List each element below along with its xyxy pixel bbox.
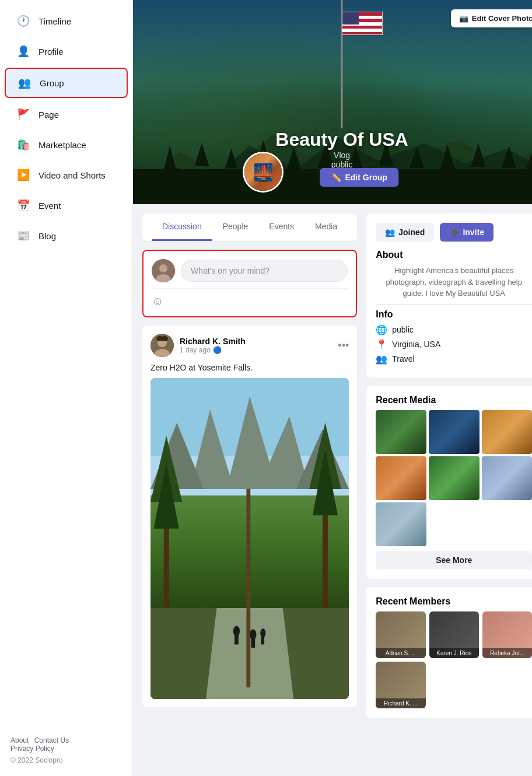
privacy-link[interactable]: Privacy Policy xyxy=(10,744,54,753)
edit-icon: ✏️ xyxy=(331,173,341,182)
svg-marker-3 xyxy=(164,146,176,169)
group-icon: 👥 xyxy=(16,75,33,91)
see-more-button[interactable]: See More xyxy=(376,551,532,569)
see-more-label: See More xyxy=(436,555,472,565)
about-link[interactable]: About xyxy=(10,736,29,744)
right-column: 👥 Joined ➕ Invite About Highlight Americ… xyxy=(366,214,532,718)
info-location-text: Virginia, USA xyxy=(392,340,440,349)
member-thumb-richard[interactable]: Richard K. ... xyxy=(376,662,425,708)
svg-marker-15 xyxy=(526,147,532,169)
svg-point-17 xyxy=(159,264,167,272)
media-thumb-6[interactable] xyxy=(482,456,532,500)
edit-group-label: Edit Group xyxy=(345,173,387,182)
sidebar-item-label: Page xyxy=(38,110,59,120)
recent-members-card: Recent Members Adrian S. ... Karen J. Ri… xyxy=(366,587,532,718)
edit-cover-photo-button[interactable]: 📷 Edit Cover Photo xyxy=(451,9,532,27)
post-box-header: What's on your mind? xyxy=(152,259,348,282)
media-thumb-5[interactable] xyxy=(429,456,480,500)
sidebar-item-label: Event xyxy=(38,201,61,211)
media-thumb-2[interactable] xyxy=(429,410,480,454)
current-user-avatar xyxy=(152,259,175,282)
media-thumb-1[interactable] xyxy=(376,410,426,454)
info-section: Info 🌐 public 📍 Virginia, USA 👥 Travel xyxy=(376,309,532,365)
sidebar-item-group[interactable]: 👥 Group xyxy=(5,68,128,98)
info-travel-text: Travel xyxy=(392,354,414,363)
svg-rect-35 xyxy=(246,489,250,687)
recent-members-title: Recent Members xyxy=(376,596,532,607)
about-text: Highlight America's beautiful places pho… xyxy=(376,265,532,299)
cover-avatar: 🌉 xyxy=(243,152,284,193)
sidebar-item-timeline[interactable]: 🕐 Timeline xyxy=(5,7,128,35)
action-card: 👥 Joined ➕ Invite About Highlight Americ… xyxy=(366,214,532,377)
sidebar-footer: About Contact Us Privacy Policy © 2022 S… xyxy=(0,730,132,770)
media-thumb-7[interactable] xyxy=(376,502,426,546)
sidebar-item-page[interactable]: 🚩 Page xyxy=(5,100,128,128)
tab-events[interactable]: Events xyxy=(258,214,304,241)
marketplace-icon: 🛍️ xyxy=(15,137,32,153)
post-create-box: What's on your mind? ☺ xyxy=(142,250,357,317)
group-title: Beauty Of USA xyxy=(275,129,408,151)
sidebar-item-label: Blog xyxy=(38,231,56,241)
joined-button[interactable]: 👥 Joined xyxy=(376,223,434,242)
tab-people[interactable]: People xyxy=(212,214,259,241)
american-flag xyxy=(342,12,383,35)
post-user: Richard K. Smith 1 day ago 🔵 xyxy=(150,334,246,357)
sidebar-item-blog[interactable]: 📰 Blog xyxy=(5,222,128,250)
edit-cover-label: Edit Cover Photo xyxy=(472,14,532,23)
main-content: Beauty Of USA Vlog public 🌉 ✏️ Edit Grou… xyxy=(133,0,532,776)
svg-rect-41 xyxy=(261,637,264,645)
sidebar-item-label: Timeline xyxy=(38,16,71,26)
member-name-karen: Karen J. Rios xyxy=(429,648,479,658)
svg-marker-12 xyxy=(440,145,455,169)
sidebar-item-profile[interactable]: 👤 Profile xyxy=(5,37,128,65)
edit-group-button[interactable]: ✏️ Edit Group xyxy=(320,168,398,187)
profile-icon: 👤 xyxy=(15,43,32,60)
member-thumb-adrian[interactable]: Adrian S. ... xyxy=(376,611,425,658)
contact-link[interactable]: Contact Us xyxy=(34,736,69,744)
cover-text: Beauty Of USA Vlog public xyxy=(275,129,408,169)
post-more-button[interactable]: ••• xyxy=(338,340,349,352)
invite-button[interactable]: ➕ Invite xyxy=(440,223,494,242)
member-thumb-karen[interactable]: Karen J. Rios xyxy=(429,611,479,658)
info-item-location: 📍 Virginia, USA xyxy=(376,339,532,350)
member-name-rebeka: Rebeka Jor... xyxy=(482,648,532,658)
globe-icon: 🌐 xyxy=(376,324,387,335)
sidebar-item-marketplace[interactable]: 🛍️ Marketplace xyxy=(5,131,128,159)
cover-area: Beauty Of USA Vlog public 🌉 ✏️ Edit Grou… xyxy=(133,0,532,204)
sidebar-item-video-shorts[interactable]: ▶️ Video and Shorts xyxy=(5,161,128,189)
tab-discussion[interactable]: Discussion xyxy=(152,214,212,241)
svg-marker-13 xyxy=(471,144,485,167)
media-thumb-3[interactable] xyxy=(482,410,532,454)
camera-icon: 📷 xyxy=(459,14,468,23)
sidebar-item-event[interactable]: 📅 Event xyxy=(5,191,128,219)
post-user-avatar xyxy=(150,334,174,357)
travel-icon: 👥 xyxy=(376,354,387,365)
emoji-button[interactable]: ☺ xyxy=(152,288,348,308)
post-image xyxy=(150,378,349,699)
location-icon: 📍 xyxy=(376,339,387,350)
post-card: Richard K. Smith 1 day ago 🔵 ••• Zero H2… xyxy=(142,326,357,707)
tab-media[interactable]: Media xyxy=(304,214,348,241)
page-icon: 🚩 xyxy=(15,106,32,123)
recent-media-card: Recent Media See More xyxy=(366,386,532,579)
post-input-field[interactable]: What's on your mind? xyxy=(181,260,348,282)
svg-marker-5 xyxy=(225,149,237,168)
svg-marker-11 xyxy=(410,147,424,168)
media-thumb-4[interactable] xyxy=(376,456,426,500)
svg-marker-4 xyxy=(194,143,209,166)
plus-icon: ➕ xyxy=(449,228,459,237)
post-time: 1 day ago xyxy=(180,346,211,354)
member-thumb-rebeka[interactable]: Rebeka Jor... xyxy=(482,611,532,658)
sidebar-item-label: Marketplace xyxy=(38,140,86,150)
joined-label: Joined xyxy=(398,228,425,237)
sidebar-item-label: Video and Shorts xyxy=(38,170,106,180)
post-user-info: Richard K. Smith 1 day ago 🔵 xyxy=(180,337,246,354)
svg-rect-39 xyxy=(251,638,255,648)
info-item-public: 🌐 public xyxy=(376,324,532,335)
invite-label: Invite xyxy=(463,228,484,237)
about-section: About Highlight America's beautiful plac… xyxy=(376,250,532,299)
member-name-richard: Richard K. ... xyxy=(376,698,425,708)
members-grid: Adrian S. ... Karen J. Rios Rebeka Jor..… xyxy=(376,611,532,708)
blog-icon: 📰 xyxy=(15,228,32,244)
feed-column: Discussion People Events Media xyxy=(142,214,357,707)
